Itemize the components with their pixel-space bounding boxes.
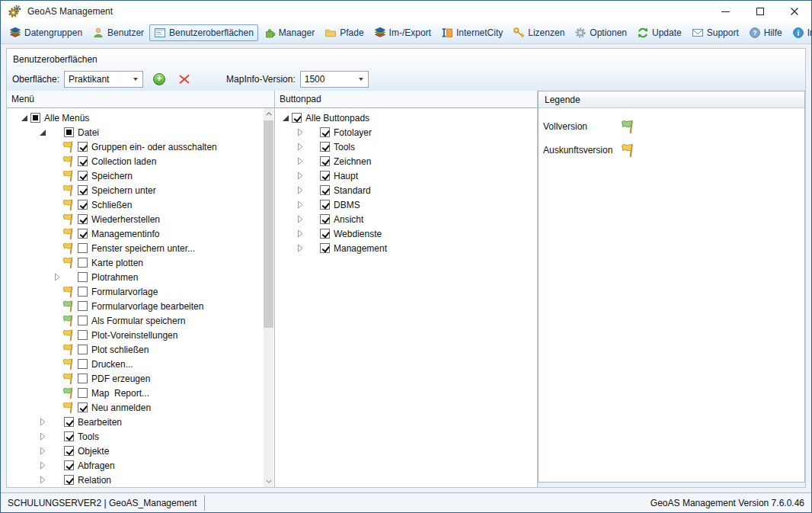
checkbox[interactable]	[64, 431, 74, 441]
tree-item[interactable]: DBMS	[275, 197, 537, 212]
toolbar-item-lizenzen[interactable]: Lizenzen	[508, 24, 569, 41]
tree-item[interactable]: Standard	[275, 183, 537, 197]
tree-item[interactable]: Fenster speichern unter...	[7, 241, 264, 255]
checkbox[interactable]	[64, 446, 74, 456]
checkbox[interactable]	[64, 417, 74, 427]
toolbar-item-hilfe[interactable]: ?Hilfe	[744, 24, 787, 41]
tree-item[interactable]: Tools	[275, 139, 537, 154]
tree-item[interactable]: Plot schließen	[7, 342, 264, 357]
checkbox[interactable]	[320, 142, 330, 152]
tree-item[interactable]: Tools	[7, 429, 264, 444]
checkbox[interactable]	[78, 345, 88, 354]
add-surface-button[interactable]: +	[153, 73, 165, 85]
toolbar-item-update[interactable]: Update	[632, 24, 686, 41]
tree-item[interactable]: Formularvorlage	[7, 284, 264, 299]
tree-item[interactable]: Plot-Voreinstellungen	[7, 328, 264, 342]
expander-icon[interactable]	[296, 186, 305, 195]
tree-item[interactable]: Ansicht	[275, 212, 537, 226]
toolbar-item-internetcity[interactable]: InternetCity	[436, 24, 507, 41]
toolbar-item-optionen[interactable]: Optionen	[570, 24, 631, 41]
checkbox[interactable]	[320, 229, 330, 239]
tree-item[interactable]: Alle Buttonpads	[275, 111, 537, 125]
checkbox[interactable]	[320, 185, 330, 195]
tree-item[interactable]: Gruppen ein- oder ausschalten	[7, 139, 264, 154]
checkbox[interactable]	[78, 301, 88, 311]
tree-item[interactable]: Relation	[7, 473, 264, 487]
checkbox[interactable]	[78, 229, 88, 239]
delete-surface-button[interactable]	[178, 73, 190, 85]
checkbox[interactable]	[320, 127, 330, 137]
scrollbar-down-button[interactable]	[264, 476, 273, 487]
checkbox[interactable]	[78, 258, 88, 268]
checkbox[interactable]	[78, 142, 88, 152]
toolbar-item-im-export[interactable]: Im-/Export	[369, 24, 436, 41]
checkbox[interactable]	[320, 171, 330, 181]
toolbar-item-manager[interactable]: Manager	[259, 24, 319, 41]
checkbox[interactable]	[320, 243, 330, 253]
expander-icon[interactable]	[38, 432, 47, 441]
expander-icon[interactable]	[296, 215, 305, 224]
checkbox[interactable]	[78, 287, 88, 297]
expander-icon[interactable]	[296, 229, 305, 239]
expander-icon[interactable]	[38, 418, 47, 427]
expander-icon[interactable]	[296, 128, 305, 137]
checkbox[interactable]	[292, 113, 302, 123]
tree-item[interactable]: Alle Menüs	[7, 111, 264, 125]
tree-item[interactable]: Zeichnen	[275, 154, 537, 168]
tree-item[interactable]: Management	[275, 241, 537, 255]
tree-item[interactable]: Wiederherstellen	[7, 212, 264, 226]
tree-item[interactable]: Schließen	[7, 197, 264, 212]
expander-icon[interactable]	[296, 143, 305, 152]
toolbar-item-benutzeroberfl-chen[interactable]: Benutzeroberflächen	[149, 24, 258, 41]
tree-item[interactable]: Abfragen	[7, 458, 264, 473]
tree-item[interactable]: PDF erzeugen	[7, 371, 264, 386]
expander-icon[interactable]	[281, 114, 290, 123]
close-button[interactable]	[777, 1, 811, 22]
checkbox[interactable]	[78, 359, 88, 369]
tree-item[interactable]: Karte plotten	[7, 255, 264, 270]
checkbox[interactable]	[78, 156, 88, 166]
minimize-button[interactable]	[708, 1, 743, 22]
checkbox[interactable]	[64, 460, 74, 470]
checkbox[interactable]	[30, 113, 40, 123]
mapinfo-combobox[interactable]: 1500	[300, 71, 369, 88]
expander-icon[interactable]	[296, 244, 305, 253]
tree-item[interactable]: Speichern	[7, 168, 264, 183]
tree-item[interactable]: Datei	[7, 125, 264, 139]
tree-item[interactable]: Haupt	[275, 168, 537, 183]
expander-icon[interactable]	[296, 200, 305, 210]
checkbox[interactable]	[78, 185, 88, 195]
checkbox[interactable]	[78, 330, 88, 340]
checkbox[interactable]	[78, 374, 88, 383]
expander-icon[interactable]	[38, 461, 47, 470]
checkbox[interactable]	[78, 200, 88, 210]
scrollbar-thumb[interactable]	[264, 120, 273, 328]
checkbox[interactable]	[320, 214, 330, 224]
expander-icon[interactable]	[38, 128, 47, 137]
maximize-button[interactable]	[743, 1, 777, 22]
toolbar-item-pfade[interactable]: Pfade	[320, 24, 368, 41]
tree-item[interactable]: Plotrahmen	[7, 270, 264, 284]
toolbar-item-datengruppen[interactable]: Datengruppen	[5, 24, 87, 41]
checkbox[interactable]	[64, 475, 74, 485]
checkbox[interactable]	[78, 171, 88, 181]
tree-item[interactable]: Bearbeiten	[7, 415, 264, 429]
checkbox[interactable]	[320, 200, 330, 210]
expander-icon[interactable]	[53, 273, 62, 282]
tree-item[interactable]: Collection laden	[7, 154, 264, 168]
checkbox[interactable]	[78, 243, 88, 253]
tree-item[interactable]: Map Report...	[7, 386, 264, 400]
tree-item[interactable]: Formularvorlage bearbeiten	[7, 299, 264, 313]
scrollbar-up-button[interactable]	[264, 108, 273, 120]
checkbox[interactable]	[78, 214, 88, 224]
expander-icon[interactable]	[38, 476, 47, 485]
menu-scrollbar[interactable]	[264, 108, 273, 487]
tree-item[interactable]: Speichern unter	[7, 183, 264, 197]
tree-item[interactable]: Als Formular speichern	[7, 313, 264, 328]
checkbox[interactable]	[78, 316, 88, 325]
toolbar-item-info[interactable]: iInfo	[788, 24, 812, 41]
checkbox[interactable]	[78, 272, 88, 282]
tree-item[interactable]: Webdienste	[275, 226, 537, 241]
tree-item[interactable]: Drucken...	[7, 357, 264, 371]
expander-icon[interactable]	[20, 114, 29, 123]
